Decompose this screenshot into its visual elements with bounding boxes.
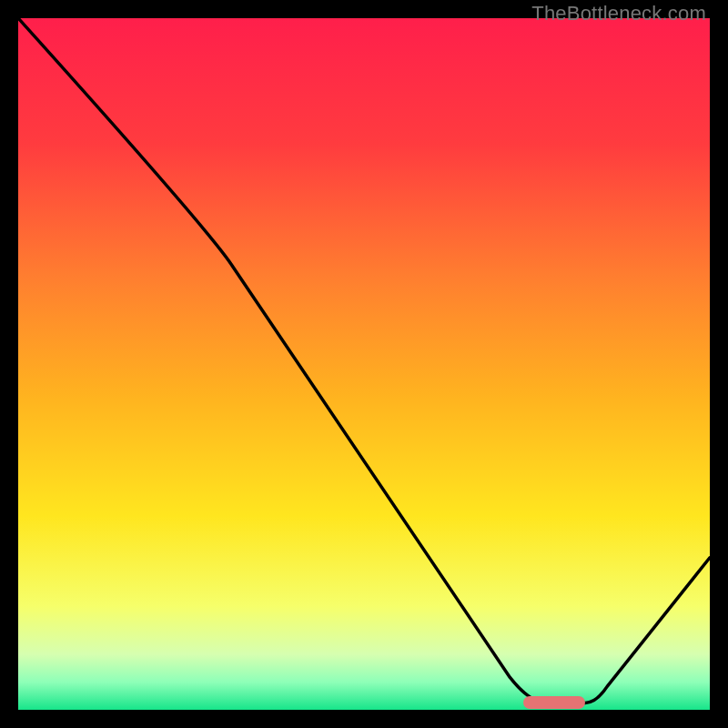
optimal-range-marker <box>523 696 585 709</box>
chart-frame <box>18 18 710 710</box>
background-gradient <box>18 18 710 710</box>
plot-area <box>18 18 710 710</box>
watermark-text: TheBottleneck.com <box>531 2 706 25</box>
svg-rect-0 <box>18 18 710 710</box>
